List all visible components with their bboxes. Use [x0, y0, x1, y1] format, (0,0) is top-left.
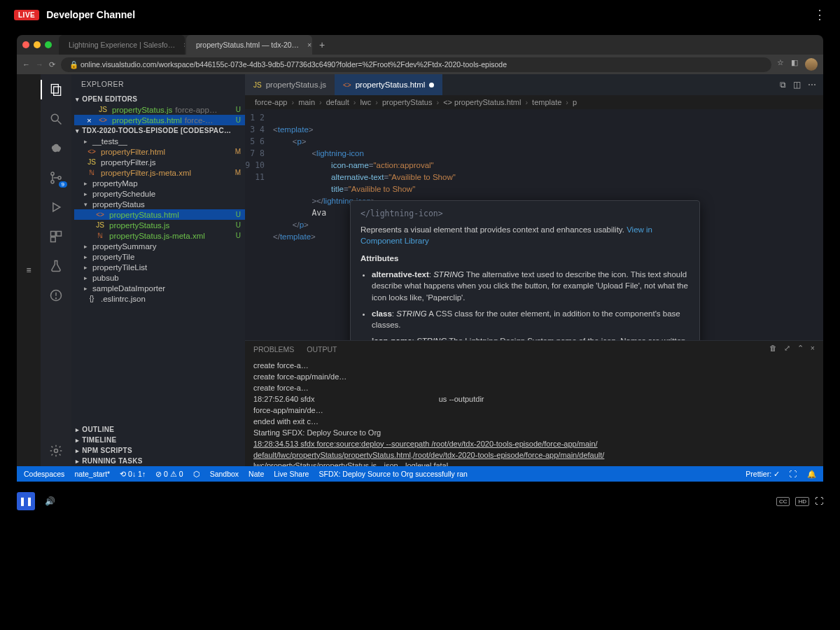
status-item[interactable]: SFDX: Deploy Source to Org successfully …: [318, 470, 467, 478]
breadcrumb-item[interactable]: force-app: [255, 98, 287, 106]
workspace-header[interactable]: ▾TDX-2020-TOOLS-EPISODE [CODESPAC…: [71, 125, 245, 136]
section-header[interactable]: ▸OUTLINE: [71, 424, 245, 435]
channel-title: Developer Channel: [46, 9, 135, 20]
folder-item[interactable]: ▸propertySchedule: [74, 188, 245, 199]
debug-icon[interactable]: [48, 199, 64, 216]
file-item[interactable]: {}.eslintrc.json: [74, 293, 245, 304]
status-item[interactable]: ⬡: [193, 470, 200, 478]
svg-point-2: [51, 114, 58, 121]
profile-avatar[interactable]: [805, 58, 818, 71]
panel-up-icon[interactable]: ⌃: [797, 344, 804, 355]
status-item[interactable]: Nate: [248, 470, 264, 478]
more-editor-icon[interactable]: ⋯: [808, 80, 816, 90]
folder-item[interactable]: ▾propertyStatus: [74, 199, 245, 209]
volume-icon[interactable]: 🔊: [45, 496, 55, 506]
status-item[interactable]: Prettier: ✓: [746, 470, 780, 479]
warning-icon[interactable]: [48, 287, 64, 304]
breadcrumb-item[interactable]: default: [326, 98, 349, 106]
panel-tab-problems[interactable]: PROBLEMS: [253, 344, 294, 355]
section-header[interactable]: ▸RUNNING TASKS: [71, 456, 245, 466]
breadcrumb[interactable]: force-app›main›default›lwc›propertyStatu…: [245, 95, 823, 109]
breadcrumb-item[interactable]: main: [298, 98, 315, 106]
hover-attr-item: icon-name: STRING The Lightning Design S…: [372, 335, 690, 340]
editor-tab[interactable]: <>propertyStatus.html: [335, 74, 442, 95]
nav-fwd-icon[interactable]: →: [36, 60, 43, 69]
svg-point-13: [56, 298, 57, 299]
editor-body[interactable]: 1 2 3 4 5 6 7 8 9 10 11 <template> <p> <…: [245, 109, 823, 340]
extension-icon[interactable]: ◧: [791, 58, 798, 71]
panel-clear-icon[interactable]: 🗑: [769, 344, 777, 355]
address-input[interactable]: 🔒 online.visualstudio.com/workspace/b446…: [61, 57, 771, 72]
activity-bar: 9: [41, 74, 71, 466]
status-item[interactable]: Live Share: [274, 470, 309, 478]
status-item[interactable]: Codespaces: [24, 470, 64, 478]
salesforce-icon[interactable]: [48, 140, 64, 157]
panel-lock-icon[interactable]: ⤢: [784, 344, 790, 355]
extensions-icon[interactable]: [48, 228, 64, 245]
folder-item[interactable]: ▸propertyTileList: [74, 262, 245, 272]
scm-badge: 9: [59, 181, 67, 188]
file-item[interactable]: JSpropertyStatus.jsU: [74, 220, 245, 230]
split-icon[interactable]: ◫: [793, 80, 801, 90]
section-header[interactable]: ▸TIMELINE: [71, 435, 245, 445]
open-editor-item[interactable]: JSpropertyStatus.jsforce-app…U: [74, 104, 245, 115]
fullscreen-icon[interactable]: ⛶: [815, 496, 823, 506]
vscode-window: ≡ 9 EXPLORER ▾OPEN EDITORS JSpropertySta…: [17, 74, 823, 466]
file-item[interactable]: JSpropertyFilter.js: [74, 157, 245, 167]
collapsed-sections: ▸OUTLINE▸TIMELINE▸NPM SCRIPTS▸RUNNING TA…: [71, 424, 245, 466]
file-item[interactable]: <>propertyFilter.htmlM: [74, 146, 245, 157]
status-item[interactable]: ⛶: [790, 470, 797, 479]
terminal-output[interactable]: create force-a…create force-app/main/de……: [245, 358, 823, 466]
explorer-sidebar: EXPLORER ▾OPEN EDITORS JSpropertyStatus.…: [71, 74, 245, 466]
more-icon[interactable]: ⋮: [813, 7, 826, 22]
hover-attr-item: class: STRING A CSS class for the outer …: [372, 308, 690, 331]
open-editors-header[interactable]: ▾OPEN EDITORS: [71, 94, 245, 104]
file-item[interactable]: <>propertyStatus.htmlU: [74, 209, 245, 220]
file-item[interactable]: ℕpropertyFilter.js-meta.xmlM: [74, 167, 245, 178]
window-controls[interactable]: [22, 41, 52, 48]
panel-tab-output[interactable]: OUTPUT: [307, 344, 337, 355]
browser-tab-2[interactable]: propertyStatus.html — tdx-20…×: [186, 35, 312, 55]
compare-icon[interactable]: ⧉: [780, 80, 786, 90]
settings-icon[interactable]: [48, 442, 64, 459]
beaker-icon[interactable]: [48, 258, 64, 274]
breadcrumb-item[interactable]: p: [573, 98, 577, 106]
hd-badge[interactable]: HD: [795, 497, 809, 506]
hover-attr-item: alternative-text: STRING The alternative…: [372, 269, 690, 304]
hover-attr-heading: Attributes: [360, 253, 690, 265]
source-control-icon[interactable]: 9: [48, 169, 64, 186]
browser-tab-1[interactable]: Lightning Experience | Salesfo…×: [59, 35, 185, 55]
breadcrumb-item[interactable]: propertyStatus: [382, 98, 433, 106]
folder-item[interactable]: ▸__tests__: [74, 136, 245, 146]
breadcrumb-item[interactable]: lwc: [360, 98, 371, 106]
section-header[interactable]: ▸NPM SCRIPTS: [71, 445, 245, 456]
status-item[interactable]: ⊘ 0 ⚠ 0: [155, 470, 183, 478]
status-item[interactable]: Sandbox: [210, 470, 239, 478]
explorer-icon[interactable]: [48, 81, 64, 98]
new-tab-button[interactable]: +: [314, 39, 330, 50]
live-badge: LIVE: [14, 10, 39, 20]
cc-badge[interactable]: CC: [776, 497, 790, 506]
status-item[interactable]: ⟲ 0↓ 1↑: [120, 470, 146, 478]
folder-item[interactable]: ▸propertySummary: [74, 241, 245, 251]
editor-tab[interactable]: JSpropertyStatus.js: [245, 74, 335, 95]
status-item[interactable]: nate_start*: [74, 470, 110, 478]
search-icon[interactable]: [48, 111, 64, 127]
svg-marker-7: [53, 203, 60, 211]
nav-reload-icon[interactable]: ⟳: [49, 60, 55, 69]
folder-item[interactable]: ▸propertyMap: [74, 178, 245, 188]
nav-back-icon[interactable]: ←: [22, 60, 30, 69]
file-item[interactable]: ℕpropertyStatus.js-meta.xmlU: [74, 230, 245, 241]
app-menu-button[interactable]: ≡: [17, 74, 41, 466]
folder-item[interactable]: ▸sampleDataImporter: [74, 283, 245, 293]
open-editors-list: JSpropertyStatus.jsforce-app…U×<>propert…: [71, 104, 245, 125]
pause-button[interactable]: ❚❚: [17, 492, 35, 510]
panel-close-icon[interactable]: ×: [811, 344, 815, 355]
status-item[interactable]: 🔔: [807, 470, 816, 479]
breadcrumb-item[interactable]: template: [532, 98, 561, 106]
star-icon[interactable]: ☆: [777, 58, 784, 71]
breadcrumb-item[interactable]: <> propertyStatus.html: [443, 98, 521, 106]
folder-item[interactable]: ▸pubsub: [74, 272, 245, 283]
folder-item[interactable]: ▸propertyTile: [74, 251, 245, 262]
open-editor-item[interactable]: ×<>propertyStatus.htmlforce-…U: [74, 115, 245, 125]
